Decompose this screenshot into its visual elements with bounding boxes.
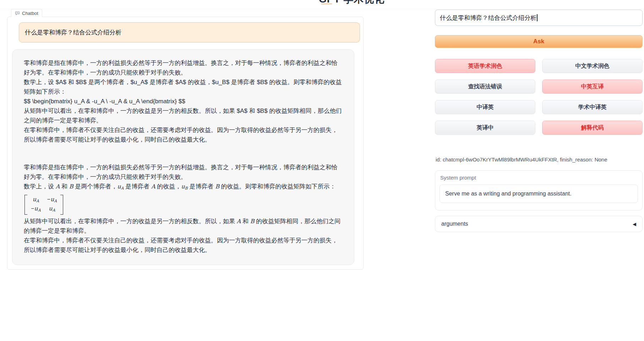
action-button-8[interactable]: 解释代码 — [542, 121, 643, 135]
matrix-right-bracket — [60, 195, 63, 215]
app-window: GPT 学术优化 Chatbot 什么是零和博弈？结合公式介绍分析 零和博弈是指… — [0, 0, 644, 341]
prompt-input-value: 什么是零和博弈？结合公式介绍分析 — [440, 14, 536, 22]
chat-bubble-icon — [15, 11, 20, 16]
user-message-text: 什么是零和博弈？结合公式介绍分析 — [25, 28, 121, 37]
bot-rendered-conclusion: 从矩阵中可以看出，在零和博弈中，一方的收益是另一方的相反数。所以，如果 A 和 … — [24, 216, 343, 236]
system-prompt-label: System prompt — [440, 175, 476, 181]
action-button-6[interactable]: 学术中译英 — [542, 100, 643, 114]
control-column: 什么是零和博弈？结合公式介绍分析 Ask 英语学术润色中文学术润色查找语法错误中… — [435, 0, 643, 341]
action-button-7[interactable]: 英译中 — [435, 121, 535, 135]
bot-rendered-intro: 零和博弈是指在博弈中，一方的利益损失必然等于另一方的利益增益。换言之，对于每一种… — [24, 163, 343, 182]
chatbot-panel[interactable]: Chatbot 什么是零和博弈？结合公式介绍分析 零和博弈是指在博弈中，一方的利… — [7, 17, 364, 270]
text-cursor — [537, 14, 537, 21]
action-button-4[interactable]: 中英互译 — [542, 79, 643, 94]
ask-button[interactable]: Ask — [435, 35, 643, 48]
user-message-bubble: 什么是零和博弈？结合公式介绍分析 — [19, 22, 360, 43]
matrix-left-bracket — [24, 195, 27, 215]
bot-message-gap — [24, 144, 343, 163]
collapse-arrow-icon: ◀ — [633, 221, 636, 227]
title-link-underline — [321, 4, 332, 4]
payoff-matrix: uA−uA−uAuA — [24, 195, 63, 215]
action-button-2[interactable]: 中文学术润色 — [542, 59, 643, 73]
quick-action-grid: 英语学术润色中文学术润色查找语法错误中英互译中译英学术中译英英译中解释代码 — [435, 59, 643, 135]
arguments-accordion-label: arguments — [441, 221, 468, 227]
chatbot-panel-label: Chatbot — [11, 9, 42, 17]
bot-raw-markdown-block: 零和博弈是指在博弈中，一方的利益损失必然等于另一方的利益增益。换言之，对于每一种… — [24, 58, 343, 144]
matrix-cells: uA−uA−uAuA — [27, 195, 60, 215]
arguments-accordion[interactable]: arguments ◀ — [435, 216, 643, 232]
page-title: GPT 学术优化 — [319, 0, 384, 6]
system-prompt-value: Serve me as a writing and programming as… — [445, 191, 572, 197]
action-button-3[interactable]: 查找语法错误 — [435, 79, 535, 94]
system-prompt-card: System prompt Serve me as a writing and … — [435, 170, 643, 210]
action-button-5[interactable]: 中译英 — [435, 100, 535, 114]
bot-rendered-closing: 在零和博弈中，博弈者不仅要关注自己的收益，还需要考虑对手的收益。因为一方取得的收… — [24, 236, 343, 255]
system-prompt-input[interactable]: Serve me as a writing and programming as… — [440, 185, 638, 203]
action-button-1[interactable]: 英语学术润色 — [435, 59, 535, 73]
chatbot-panel-label-text: Chatbot — [22, 11, 38, 16]
bot-rendered-math-intro: 数学上，设 A 和 B 是两个博弈者，uA 是博弈者 A 的收益，uB 是博弈者… — [24, 182, 343, 193]
bot-message-bubble: 零和博弈是指在博弈中，一方的利益损失必然等于另一方的利益增益。换言之，对于每一种… — [12, 49, 354, 265]
completion-status-text: id: chatcmpl-6wOo7KrYTwMl89lbrMWRu4UkFFX… — [436, 156, 607, 163]
prompt-input[interactable]: 什么是零和博弈？结合公式介绍分析 — [435, 10, 643, 26]
